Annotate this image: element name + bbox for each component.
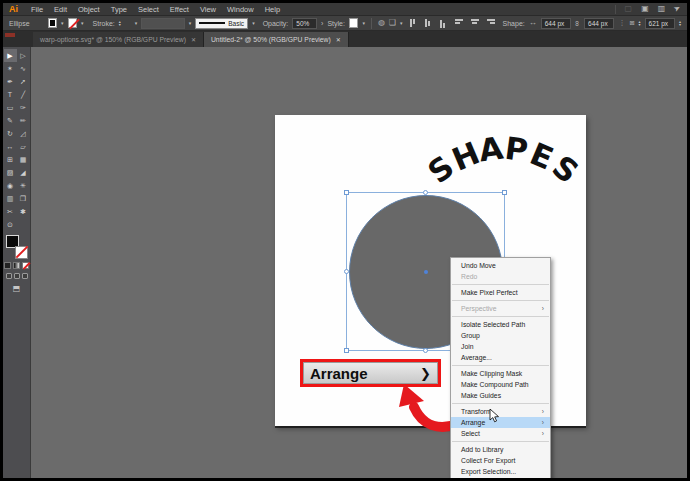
context-menu-item-make-guides[interactable]: Make Guides bbox=[451, 390, 550, 401]
x-position-field[interactable]: 621 px bbox=[645, 18, 675, 29]
gradient-mode-icon[interactable] bbox=[13, 262, 20, 269]
context-menu-item-add-to-library[interactable]: Add to Library bbox=[451, 444, 550, 455]
selection-handle-bottom-center[interactable] bbox=[423, 348, 428, 353]
stroke-color-swatch[interactable] bbox=[68, 18, 77, 28]
selection-handle-top-left[interactable] bbox=[344, 190, 349, 195]
menu-object[interactable]: Object bbox=[78, 5, 100, 14]
style-swatch[interactable] bbox=[349, 18, 358, 28]
draw-behind-icon[interactable] bbox=[14, 273, 20, 279]
align-horizontal-left-icon[interactable] bbox=[410, 19, 420, 28]
shaper-tool-icon[interactable]: ✏ bbox=[17, 114, 30, 127]
line-segment-tool-icon[interactable]: ╱ bbox=[17, 88, 30, 101]
context-menu-item-isolate-selected-path[interactable]: Isolate Selected Path bbox=[451, 319, 550, 330]
draw-normal-icon[interactable] bbox=[6, 273, 12, 279]
chevron-down-icon[interactable]: ▾ bbox=[400, 20, 403, 26]
context-menu-item-average[interactable]: Average... bbox=[451, 352, 550, 363]
transform-reference-icon[interactable]: ⧈ bbox=[629, 19, 634, 27]
selection-tool-icon[interactable]: ▶ bbox=[4, 49, 17, 62]
selection-handle-middle-left[interactable] bbox=[344, 269, 349, 274]
chevron-down-icon[interactable]: ▾ bbox=[252, 20, 255, 26]
free-transform-tool-icon[interactable]: ▱ bbox=[17, 140, 30, 153]
menu-window[interactable]: Window bbox=[227, 5, 254, 14]
draw-inside-icon[interactable] bbox=[22, 273, 28, 279]
blend-tool-icon[interactable]: ◉ bbox=[4, 179, 17, 192]
shape-width-field[interactable]: 644 px bbox=[541, 18, 571, 29]
context-menu-item-export-selection[interactable]: Export Selection... bbox=[451, 466, 550, 477]
artboard-tool-icon[interactable]: ❐ bbox=[17, 192, 30, 205]
constrain-proportions-icon[interactable]: ∞ bbox=[574, 21, 581, 26]
stock-icon[interactable]: ▢ bbox=[625, 5, 633, 13]
align-vertical-top-icon[interactable] bbox=[455, 19, 465, 28]
context-menu-item-group[interactable]: Group bbox=[451, 330, 550, 341]
document-tab-1[interactable]: warp-options.svg* @ 150% (RGB/GPU Previe… bbox=[33, 32, 204, 47]
context-menu-item-make-pixel-perfect[interactable]: Make Pixel Perfect bbox=[451, 287, 550, 298]
curvature-tool-icon[interactable]: ➚ bbox=[17, 75, 30, 88]
color-mode-icon[interactable] bbox=[4, 262, 11, 269]
recolor-artwork-icon[interactable]: ◍ bbox=[378, 19, 385, 27]
workspace-switcher-icon[interactable]: ▥ bbox=[658, 5, 666, 13]
mesh-tool-icon[interactable]: ▦ bbox=[17, 153, 30, 166]
x-position-stepper[interactable]: ▴▾ bbox=[639, 20, 641, 26]
align-vertical-middle-icon[interactable] bbox=[470, 19, 480, 28]
fill-color-swatch[interactable] bbox=[48, 18, 57, 28]
selection-handle-bottom-left[interactable] bbox=[344, 348, 349, 353]
menu-view[interactable]: View bbox=[200, 5, 216, 14]
chevron-down-icon[interactable]: ▾ bbox=[61, 20, 64, 26]
menu-type[interactable]: Type bbox=[111, 5, 127, 14]
symbol-sprayer-tool-icon[interactable]: ✳ bbox=[17, 179, 30, 192]
pen-tool-icon[interactable]: ✒ bbox=[4, 75, 17, 88]
document-tab-2[interactable]: Untitled-2* @ 50% (RGB/GPU Preview)✕ bbox=[204, 32, 349, 47]
menu-effect[interactable]: Effect bbox=[170, 5, 189, 14]
chevron-down-icon[interactable]: ▾ bbox=[189, 20, 192, 26]
eyedropper-tool-icon[interactable]: ◢ bbox=[17, 166, 30, 179]
column-graph-tool-icon[interactable]: ▥ bbox=[4, 192, 17, 205]
opacity-value-field[interactable]: 50% bbox=[292, 18, 317, 29]
isolate-selection-icon[interactable]: ❏ bbox=[389, 19, 396, 27]
menu-file[interactable]: File bbox=[31, 5, 43, 14]
chevron-down-icon[interactable]: ▾ bbox=[81, 20, 84, 26]
shape-height-field[interactable]: 644 px bbox=[584, 18, 614, 29]
context-menu-item-select[interactable]: Select› bbox=[451, 428, 550, 439]
align-horizontal-right-icon[interactable] bbox=[440, 19, 450, 28]
brush-definition-dropdown[interactable]: Basic bbox=[195, 18, 248, 29]
menu-select[interactable]: Select bbox=[138, 5, 159, 14]
width-tool-icon[interactable]: ↔ bbox=[4, 140, 17, 153]
tab-close-icon[interactable]: ✕ bbox=[191, 36, 196, 43]
direct-selection-tool-icon[interactable]: ▷ bbox=[17, 49, 30, 62]
type-tool-icon[interactable]: T bbox=[4, 88, 17, 101]
screen-mode-icon[interactable]: ⬒ bbox=[13, 284, 21, 293]
context-menu-item-transform[interactable]: Transform› bbox=[451, 406, 550, 417]
lasso-tool-icon[interactable]: ∿ bbox=[17, 62, 30, 75]
align-vertical-bottom-icon[interactable] bbox=[485, 19, 495, 28]
scale-tool-icon[interactable]: ◿ bbox=[17, 127, 30, 140]
chevron-down-icon[interactable]: ▾ bbox=[362, 20, 365, 26]
stroke-swatch[interactable] bbox=[15, 246, 28, 259]
context-menu-item-join[interactable]: Join bbox=[451, 341, 550, 352]
context-menu-item-arrange[interactable]: Arrange› bbox=[451, 417, 550, 428]
menu-edit[interactable]: Edit bbox=[54, 5, 67, 14]
y-position-stepper[interactable]: ▴▾ bbox=[679, 20, 681, 26]
arrange-documents-icon[interactable]: ▣ bbox=[641, 5, 649, 13]
context-menu-item-make-clipping-mask[interactable]: Make Clipping Mask bbox=[451, 368, 550, 379]
hand-tool-icon[interactable]: ✱ bbox=[17, 205, 30, 218]
perspective-grid-tool-icon[interactable]: ⊞ bbox=[4, 153, 17, 166]
selection-handle-top-center[interactable] bbox=[423, 190, 428, 195]
stroke-weight-dropdown-icon[interactable]: ▾ bbox=[135, 20, 138, 26]
context-menu-item-make-compound-path[interactable]: Make Compound Path bbox=[451, 379, 550, 390]
variable-width-profile-dropdown[interactable] bbox=[141, 18, 184, 29]
gradient-tool-icon[interactable]: ▨ bbox=[4, 166, 17, 179]
empty-slot[interactable] bbox=[17, 218, 30, 231]
rectangle-tool-icon[interactable]: ▭ bbox=[4, 101, 17, 114]
slice-tool-icon[interactable]: ✂ bbox=[4, 205, 17, 218]
share-icon[interactable]: ➤ bbox=[673, 4, 683, 14]
rotate-tool-icon[interactable]: ↻ bbox=[4, 127, 17, 140]
context-menu-item-collect-for-export[interactable]: Collect For Export bbox=[451, 455, 550, 466]
menu-help[interactable]: Help bbox=[265, 5, 280, 14]
more-options-icon[interactable]: ⋮ bbox=[618, 19, 625, 27]
selection-center-point[interactable] bbox=[424, 270, 428, 274]
none-mode-icon[interactable] bbox=[22, 262, 29, 269]
fill-stroke-indicator[interactable] bbox=[5, 235, 29, 259]
stroke-weight-stepper[interactable]: ▴▾ bbox=[119, 20, 121, 26]
opacity-more-icon[interactable]: › bbox=[321, 20, 323, 27]
zoom-tool-icon[interactable]: ⊙ bbox=[4, 218, 17, 231]
